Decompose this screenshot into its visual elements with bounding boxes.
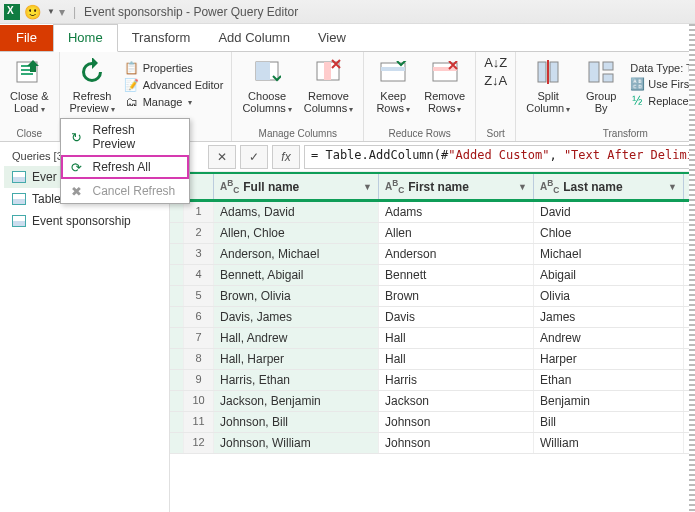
ribbon: Close & Load▾ Close Refresh Preview▾ 📋Pr… — [0, 52, 695, 142]
cell-last-name[interactable]: Michael — [534, 244, 684, 264]
manage-columns-label: Manage Columns — [238, 128, 357, 139]
table-row[interactable]: 8 Hall, Harper Hall Harper — [170, 349, 695, 370]
table-row[interactable]: 9 Harris, Ethan Harris Ethan — [170, 370, 695, 391]
cell-last-name[interactable]: David — [534, 202, 684, 222]
remove-rows-button[interactable]: Remove Rows▾ — [420, 54, 469, 117]
cell-first-name[interactable]: Hall — [379, 349, 534, 369]
col-header-full-name[interactable]: ABCFull name▼ — [214, 174, 379, 199]
sort-asc-button[interactable]: A↓Z — [482, 54, 509, 71]
cell-full-name[interactable]: Davis, James — [214, 307, 379, 327]
close-load-button[interactable]: Close & Load▾ — [6, 54, 53, 117]
cell-full-name[interactable]: Hall, Andrew — [214, 328, 379, 348]
tab-view[interactable]: View — [304, 25, 360, 51]
data-grid[interactable]: ⊞ ABCFull name▼ ABCFirst name▼ ABCLast n… — [170, 172, 695, 512]
table-row[interactable]: 6 Davis, James Davis James — [170, 307, 695, 328]
cell-first-name[interactable]: Johnson — [379, 412, 534, 432]
filter-icon[interactable]: ▼ — [363, 182, 372, 192]
refresh-all-item[interactable]: ⟳Refresh All — [61, 155, 189, 179]
cell-full-name[interactable]: Allen, Chloe — [214, 223, 379, 243]
cell-last-name[interactable]: Benjamin — [534, 391, 684, 411]
cell-last-name[interactable]: Bill — [534, 412, 684, 432]
cell-first-name[interactable]: Adams — [379, 202, 534, 222]
sort-desc-button[interactable]: Z↓A — [482, 72, 509, 89]
split-column-button[interactable]: Split Column▾ — [522, 54, 574, 117]
first-row-headers-button[interactable]: 🔠Use First Row a — [628, 76, 695, 92]
tab-transform[interactable]: Transform — [118, 25, 205, 51]
cell-last-name[interactable]: Andrew — [534, 328, 684, 348]
cell-first-name[interactable]: Bennett — [379, 265, 534, 285]
text-type-icon: ABC — [220, 178, 239, 195]
keep-rows-button[interactable]: Keep Rows▾ — [370, 54, 416, 117]
cell-last-name[interactable]: James — [534, 307, 684, 327]
table-row[interactable]: 4 Bennett, Abigail Bennett Abigail — [170, 265, 695, 286]
cell-full-name[interactable]: Bennett, Abigail — [214, 265, 379, 285]
qat-dropdown-icon[interactable]: ▼ — [47, 7, 55, 16]
row-number: 2 — [184, 223, 214, 243]
table-row[interactable]: 7 Hall, Andrew Hall Andrew — [170, 328, 695, 349]
fx-cancel-button[interactable]: ✕ — [208, 145, 236, 169]
cell-last-name[interactable]: Abigail — [534, 265, 684, 285]
excel-icon — [4, 4, 20, 20]
cell-first-name[interactable]: Allen — [379, 223, 534, 243]
formula-input[interactable]: = Table.AddColumn(#"Added Custom", "Text… — [304, 145, 691, 169]
cell-first-name[interactable]: Anderson — [379, 244, 534, 264]
cell-first-name[interactable]: Johnson — [379, 433, 534, 453]
refresh-preview-item[interactable]: ↻Refresh Preview — [61, 119, 189, 155]
group-by-button[interactable]: Group By — [578, 54, 624, 117]
fx-accept-button[interactable]: ✓ — [240, 145, 268, 169]
cell-full-name[interactable]: Adams, David — [214, 202, 379, 222]
cell-last-name[interactable]: Ethan — [534, 370, 684, 390]
tab-home[interactable]: Home — [53, 24, 118, 52]
svg-rect-10 — [538, 62, 546, 82]
cell-full-name[interactable]: Brown, Olivia — [214, 286, 379, 306]
cell-last-name[interactable]: Harper — [534, 349, 684, 369]
table-row[interactable]: 12 Johnson, William Johnson William — [170, 433, 695, 454]
sort-label: Sort — [482, 128, 509, 139]
row-number: 1 — [184, 202, 214, 222]
cell-first-name[interactable]: Hall — [379, 328, 534, 348]
remove-columns-button[interactable]: Remove Columns▾ — [300, 54, 357, 117]
table-row[interactable]: 10 Jackson, Benjamin Jackson Benjamin — [170, 391, 695, 412]
cell-first-name[interactable]: Brown — [379, 286, 534, 306]
query-item-2[interactable]: Event sponsorship — [4, 210, 169, 232]
row-number: 12 — [184, 433, 214, 453]
table-row[interactable]: 3 Anderson, Michael Anderson Michael — [170, 244, 695, 265]
cell-full-name[interactable]: Hall, Harper — [214, 349, 379, 369]
cell-full-name[interactable]: Johnson, William — [214, 433, 379, 453]
text-type-icon: ABC — [385, 178, 404, 195]
choose-columns-button[interactable]: Choose Columns▾ — [238, 54, 295, 117]
table-row[interactable]: 5 Brown, Olivia Brown Olivia — [170, 286, 695, 307]
fx-button[interactable]: fx — [272, 145, 300, 169]
table-row[interactable]: 1 Adams, David Adams David — [170, 202, 695, 223]
reduce-rows-label: Reduce Rows — [370, 128, 469, 139]
refresh-preview-button[interactable]: Refresh Preview▾ — [66, 54, 119, 117]
properties-button[interactable]: 📋Properties — [123, 60, 226, 76]
cell-first-name[interactable]: Jackson — [379, 391, 534, 411]
tab-file[interactable]: File — [0, 25, 53, 51]
filter-icon[interactable]: ▼ — [518, 182, 527, 192]
cell-full-name[interactable]: Harris, Ethan — [214, 370, 379, 390]
cell-last-name[interactable]: William — [534, 433, 684, 453]
manage-button[interactable]: 🗂Manage▾ — [123, 94, 226, 110]
formula-bar: ✕ ✓ fx = Table.AddColumn(#"Added Custom"… — [170, 142, 695, 172]
cell-full-name[interactable]: Jackson, Benjamin — [214, 391, 379, 411]
cancel-refresh-item[interactable]: ✖Cancel Refresh — [61, 179, 189, 203]
col-header-first-name[interactable]: ABCFirst name▼ — [379, 174, 534, 199]
cell-last-name[interactable]: Chloe — [534, 223, 684, 243]
close-group-label: Close — [6, 128, 53, 139]
table-row[interactable]: 2 Allen, Chloe Allen Chloe — [170, 223, 695, 244]
col-header-last-name[interactable]: ABCLast name▼ — [534, 174, 684, 199]
cell-full-name[interactable]: Anderson, Michael — [214, 244, 379, 264]
grid-header: ⊞ ABCFull name▼ ABCFirst name▼ ABCLast n… — [170, 172, 695, 202]
table-row[interactable]: 11 Johnson, Bill Johnson Bill — [170, 412, 695, 433]
filter-icon[interactable]: ▼ — [668, 182, 677, 192]
cell-first-name[interactable]: Davis — [379, 307, 534, 327]
cell-full-name[interactable]: Johnson, Bill — [214, 412, 379, 432]
tab-add-column[interactable]: Add Column — [204, 25, 304, 51]
replace-values-button[interactable]: ½Replace Values — [628, 93, 695, 109]
cell-last-name[interactable]: Olivia — [534, 286, 684, 306]
data-type-button[interactable]: Data Type: Text▾ — [628, 61, 695, 75]
advanced-editor-button[interactable]: 📝Advanced Editor — [123, 77, 226, 93]
text-type-icon: ABC — [540, 178, 559, 195]
cell-first-name[interactable]: Harris — [379, 370, 534, 390]
